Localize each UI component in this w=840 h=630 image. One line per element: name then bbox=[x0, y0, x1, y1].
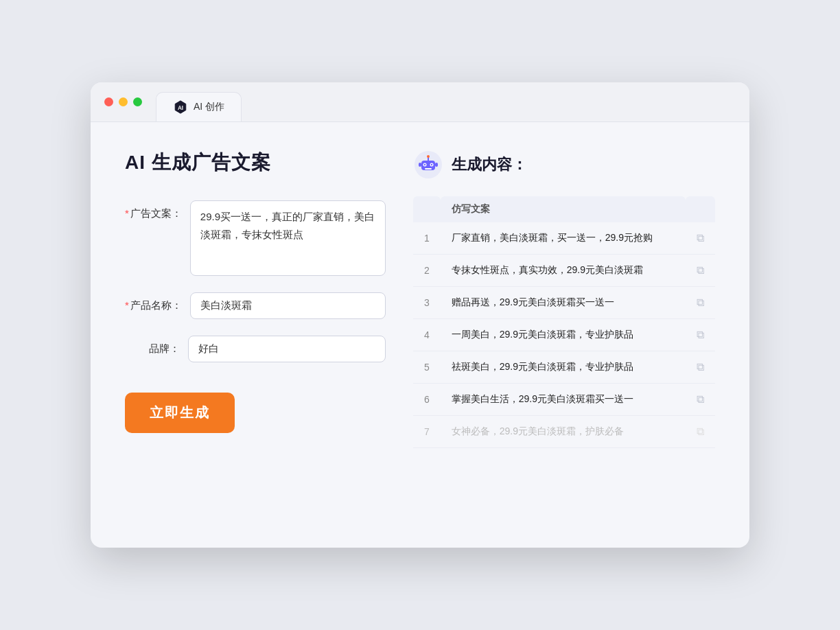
copy-button[interactable]: ⧉ bbox=[686, 255, 715, 287]
tab-label: AI 创作 bbox=[194, 101, 224, 113]
copy-button[interactable]: ⧉ bbox=[686, 222, 715, 255]
result-number: 1 bbox=[413, 222, 441, 255]
brand-label: 品牌： bbox=[125, 336, 180, 355]
table-header-num bbox=[413, 196, 441, 222]
table-row: 7女神必备，29.9元美白淡斑霜，护肤必备⧉ bbox=[413, 416, 715, 448]
ad-copy-textarea[interactable] bbox=[190, 200, 386, 276]
close-button[interactable] bbox=[104, 97, 113, 106]
result-text: 厂家直销，美白淡斑霜，买一送一，29.9元抢购 bbox=[441, 222, 686, 255]
product-name-group: *产品名称： bbox=[125, 292, 386, 319]
product-name-input[interactable] bbox=[190, 292, 386, 319]
table-row: 5祛斑美白，29.9元美白淡斑霜，专业护肤品⧉ bbox=[413, 351, 715, 384]
table-row: 1厂家直销，美白淡斑霜，买一送一，29.9元抢购⧉ bbox=[413, 222, 715, 255]
result-text: 祛斑美白，29.9元美白淡斑霜，专业护肤品 bbox=[441, 351, 686, 384]
table-row: 2专抹女性斑点，真实功效，29.9元美白淡斑霜⧉ bbox=[413, 255, 715, 287]
copy-button[interactable]: ⧉ bbox=[686, 287, 715, 319]
maximize-button[interactable] bbox=[133, 97, 142, 106]
right-panel-title: 生成内容： bbox=[452, 154, 527, 175]
ad-copy-group: *广告文案： bbox=[125, 200, 386, 276]
table-header-action bbox=[686, 196, 715, 222]
ad-copy-label: *广告文案： bbox=[125, 200, 182, 220]
right-header: 生成内容： bbox=[413, 150, 715, 180]
svg-point-9 bbox=[427, 155, 430, 158]
browser-content: AI 生成广告文案 *广告文案： *产品名称： 品牌： 立 bbox=[91, 122, 749, 548]
result-text: 女神必备，29.9元美白淡斑霜，护肤必备 bbox=[441, 416, 686, 448]
browser-window: AI AI 创作 AI 生成广告文案 *广告文案： *产品名称： bbox=[91, 82, 749, 548]
table-header-copy: 仿写文案 bbox=[441, 196, 686, 222]
svg-point-6 bbox=[431, 164, 432, 165]
result-text: 掌握美白生活，29.9元美白淡斑霜买一送一 bbox=[441, 384, 686, 416]
table-row: 6掌握美白生活，29.9元美白淡斑霜买一送一⧉ bbox=[413, 384, 715, 416]
svg-rect-7 bbox=[425, 168, 432, 170]
page-title: AI 生成广告文案 bbox=[125, 150, 386, 176]
browser-titlebar: AI AI 创作 bbox=[91, 82, 749, 122]
required-star-product: * bbox=[125, 299, 129, 311]
result-number: 2 bbox=[413, 255, 441, 287]
svg-point-5 bbox=[424, 164, 425, 165]
minimize-button[interactable] bbox=[119, 97, 128, 106]
ai-creation-tab[interactable]: AI AI 创作 bbox=[156, 92, 242, 121]
copy-button[interactable]: ⧉ bbox=[686, 319, 715, 351]
result-number: 4 bbox=[413, 319, 441, 351]
copy-button[interactable]: ⧉ bbox=[686, 351, 715, 384]
product-name-label: *产品名称： bbox=[125, 292, 182, 312]
result-number: 7 bbox=[413, 416, 441, 448]
result-number: 6 bbox=[413, 384, 441, 416]
svg-rect-11 bbox=[435, 163, 438, 167]
result-text: 赠品再送，29.9元美白淡斑霜买一送一 bbox=[441, 287, 686, 319]
table-row: 4一周美白，29.9元美白淡斑霜，专业护肤品⧉ bbox=[413, 319, 715, 351]
bot-icon bbox=[413, 150, 443, 180]
copy-button[interactable]: ⧉ bbox=[686, 416, 715, 448]
required-star-ad: * bbox=[125, 207, 129, 219]
copy-button[interactable]: ⧉ bbox=[686, 384, 715, 416]
generate-button[interactable]: 立即生成 bbox=[125, 393, 235, 433]
svg-rect-10 bbox=[419, 163, 421, 167]
svg-text:AI: AI bbox=[178, 105, 183, 111]
result-text: 专抹女性斑点，真实功效，29.9元美白淡斑霜 bbox=[441, 255, 686, 287]
brand-input[interactable] bbox=[188, 336, 386, 362]
table-row: 3赠品再送，29.9元美白淡斑霜买一送一⧉ bbox=[413, 287, 715, 319]
brand-group: 品牌： bbox=[125, 336, 386, 362]
result-text: 一周美白，29.9元美白淡斑霜，专业护肤品 bbox=[441, 319, 686, 351]
left-panel: AI 生成广告文案 *广告文案： *产品名称： 品牌： 立 bbox=[125, 150, 386, 520]
window-controls bbox=[104, 92, 142, 121]
right-panel: 生成内容： 仿写文案 1厂家直销，美白淡斑霜，买一送一，29.9元抢购⧉2专抹女… bbox=[413, 150, 715, 520]
result-number: 3 bbox=[413, 287, 441, 319]
results-table: 仿写文案 1厂家直销，美白淡斑霜，买一送一，29.9元抢购⧉2专抹女性斑点，真实… bbox=[413, 196, 715, 448]
ai-tab-icon: AI bbox=[173, 100, 188, 115]
result-number: 5 bbox=[413, 351, 441, 384]
